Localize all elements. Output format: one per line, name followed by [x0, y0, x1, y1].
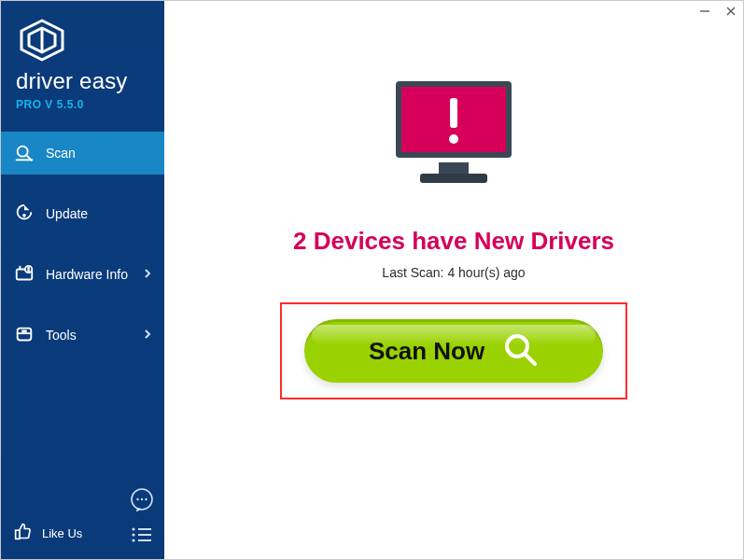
svg-rect-30	[439, 162, 469, 174]
tools-icon	[14, 325, 35, 345]
svg-point-19	[136, 498, 138, 500]
svg-point-26	[132, 539, 134, 541]
sidebar-nav: Scan Update i	[1, 132, 164, 374]
version-label: PRO V 5.5.0	[16, 98, 149, 111]
svg-point-9	[22, 214, 26, 217]
svg-rect-32	[450, 98, 457, 128]
svg-point-33	[449, 134, 458, 144]
sidebar-item-label: Hardware Info	[46, 267, 128, 282]
hardware-info-icon: i	[14, 264, 35, 285]
scan-now-button[interactable]: Scan Now	[304, 319, 603, 383]
last-scan-label: Last Scan: 4 hour(s) ago	[382, 265, 525, 280]
scan-icon	[14, 143, 35, 163]
svg-rect-17	[16, 530, 20, 539]
sidebar: driver easy PRO V 5.5.0 Scan	[1, 1, 164, 559]
app-window: driver easy PRO V 5.5.0 Scan	[0, 0, 744, 560]
chevron-right-icon	[144, 328, 151, 343]
sidebar-item-hardware-info[interactable]: i Hardware Info	[1, 253, 164, 296]
sidebar-item-label: Scan	[46, 146, 76, 161]
chevron-right-icon	[144, 267, 151, 282]
svg-text:i: i	[28, 267, 29, 273]
alert-monitor-icon	[379, 74, 528, 199]
sidebar-item-update[interactable]: Update	[1, 192, 164, 235]
sidebar-utility-icons	[129, 486, 155, 548]
svg-point-6	[18, 147, 28, 157]
logo-block: driver easy PRO V 5.5.0	[1, 1, 164, 124]
update-icon	[14, 203, 35, 224]
search-icon	[501, 330, 539, 371]
like-us-label: Like Us	[42, 526, 82, 540]
like-us-button[interactable]: Like Us	[14, 522, 82, 544]
svg-line-35	[526, 355, 535, 364]
menu-list-icon[interactable]	[129, 522, 155, 548]
feedback-icon[interactable]	[129, 486, 155, 512]
sidebar-item-tools[interactable]: Tools	[1, 314, 164, 357]
svg-point-20	[141, 498, 143, 500]
sidebar-item-scan[interactable]: Scan	[1, 132, 164, 175]
svg-point-24	[132, 533, 134, 536]
svg-rect-31	[420, 174, 487, 183]
svg-rect-16	[21, 330, 27, 333]
scan-now-label: Scan Now	[369, 337, 484, 366]
brand-name: driver easy	[16, 68, 149, 94]
status-title: 2 Devices have New Drivers	[293, 227, 614, 256]
svg-point-21	[145, 498, 147, 500]
scan-button-highlight: Scan Now	[280, 302, 627, 399]
svg-point-22	[132, 527, 134, 530]
sidebar-item-label: Tools	[46, 328, 77, 343]
brand-logo-icon	[16, 18, 68, 63]
main-panel: 2 Devices have New Drivers Last Scan: 4 …	[164, 1, 743, 559]
sidebar-item-label: Update	[46, 206, 88, 221]
thumbs-up-icon	[14, 522, 33, 544]
